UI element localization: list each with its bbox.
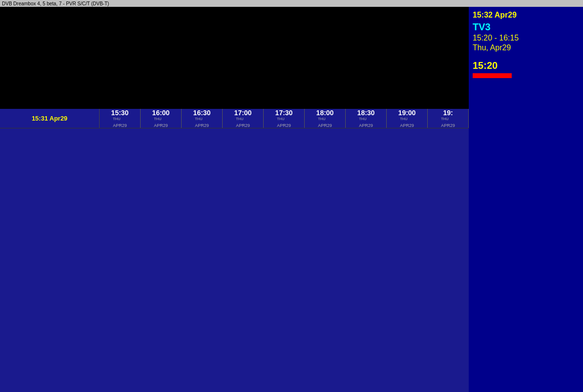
time-slot-6: 18:30THUAPR29 <box>346 109 387 128</box>
title-bar: DVB Dreambox 4, 5 beta, 7 - PVR S/C/T (D… <box>0 0 583 7</box>
epg-container: 15:31 Apr29 15:30THUAPR2916:00THUAPR2916… <box>0 109 469 392</box>
time-slot-5: 18:00THUAPR29 <box>305 109 346 128</box>
info-datetime: 15:32 Apr29 <box>473 11 579 20</box>
current-date-label: 15:31 Apr29 <box>32 115 67 122</box>
time-slot-3: 17:00THUAPR29 <box>223 109 264 128</box>
time-slot-4: 17:30THUAPR29 <box>264 109 305 128</box>
main-layout: 15:31 Apr29 15:30THUAPR2916:00THUAPR2916… <box>0 7 583 392</box>
time-slots-header: 15:30THUAPR2916:00THUAPR2916:30THUAPR291… <box>100 109 469 128</box>
info-current-time: 15:20 <box>473 60 579 71</box>
info-date: Thu, Apr29 <box>473 43 579 52</box>
info-schedule: 15:20 - 16:15 <box>473 34 579 42</box>
info-channel: TV3 <box>473 21 579 33</box>
current-datetime-header: 15:31 Apr29 <box>0 109 100 128</box>
info-panel: 15:32 Apr29 TV3 15:20 - 16:15 Thu, Apr29… <box>469 7 583 392</box>
time-slot-0: 15:30THUAPR29 <box>100 109 141 128</box>
time-slot-7: 19:00THUAPR29 <box>387 109 428 128</box>
time-slot-1: 16:00THUAPR29 <box>141 109 182 128</box>
time-header: 15:31 Apr29 15:30THUAPR2916:00THUAPR2916… <box>0 109 469 128</box>
time-slot-2: 16:30THUAPR29 <box>182 109 223 128</box>
title-bar-label: DVB Dreambox 4, 5 beta, 7 - PVR S/C/T (D… <box>2 1 109 6</box>
progress-bar <box>473 73 512 78</box>
preview-area: 15:31 Apr29 15:30THUAPR2916:00THUAPR2916… <box>0 7 469 392</box>
time-slot-8: 19:THUAPR29 <box>428 109 469 128</box>
